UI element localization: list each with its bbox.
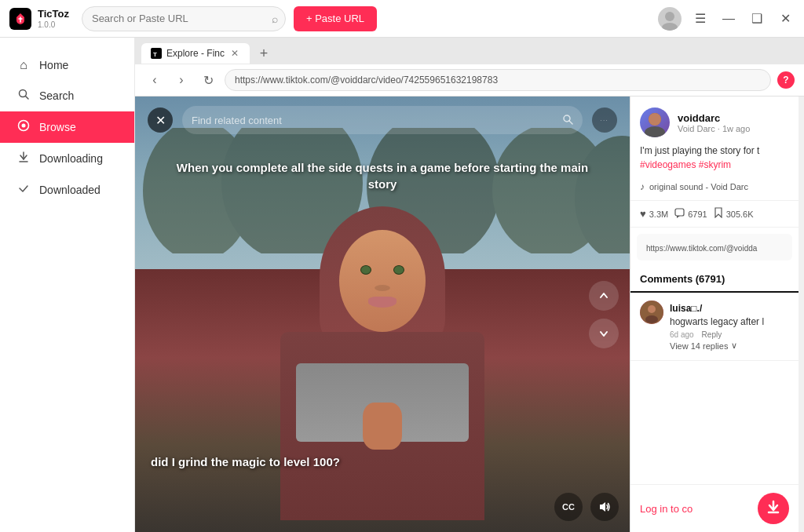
- video-url-text: https://www.tiktok.com/@voidda: [646, 244, 757, 253]
- comment-actions: 6d ago Reply: [670, 330, 789, 339]
- maximize-button[interactable]: ❑: [747, 9, 766, 28]
- find-related-bar[interactable]: Find related content: [182, 106, 583, 134]
- video-author: voiddarc Void Darc · 1w ago: [630, 97, 799, 144]
- comment-time: 6d ago: [670, 330, 694, 339]
- comment-text: hogwarts legacy after l: [670, 316, 789, 327]
- tab-favicon: T: [151, 48, 162, 59]
- sidebar-item-downloading[interactable]: Downloading: [0, 143, 134, 174]
- svg-point-19: [649, 113, 661, 126]
- download-icon: [766, 499, 781, 519]
- comment-body: luisa□./ hogwarts legacy after l 6d ago …: [670, 301, 789, 352]
- svg-rect-20: [675, 209, 684, 216]
- more-options-button[interactable]: ···: [592, 107, 617, 133]
- tab-add-button[interactable]: +: [253, 42, 275, 64]
- main-layout: ⌂ Home Search Browse: [0, 38, 804, 532]
- volume-button[interactable]: [590, 493, 619, 521]
- hamburger-button[interactable]: ☰: [691, 9, 710, 28]
- sidebar-item-downloaded[interactable]: Downloaded: [0, 174, 134, 206]
- paste-url-label: + Paste URL: [306, 13, 364, 24]
- comments-section: Comments (6791) luisa□./: [630, 267, 799, 484]
- video-area: ✕ Find related content ···: [135, 97, 630, 532]
- comment-item: luisa□./ hogwarts legacy after l 6d ago …: [630, 293, 799, 361]
- svg-line-15: [569, 121, 572, 124]
- app-name: TicToz: [38, 8, 69, 20]
- likes-stat: ♥ 3.3M: [640, 208, 668, 220]
- search-input[interactable]: [82, 6, 286, 31]
- sidebar-item-home[interactable]: ⌂ Home: [0, 50, 134, 80]
- login-bar: Log in to co: [630, 484, 799, 532]
- sidebar-item-label: Home: [39, 59, 68, 71]
- find-related-search-icon: [562, 114, 573, 127]
- svg-text:T: T: [153, 51, 157, 57]
- svg-point-1: [662, 23, 678, 31]
- view-replies-button[interactable]: View 14 replies ∨: [670, 339, 737, 352]
- sidebar-item-label: Downloaded: [39, 184, 100, 196]
- video-nav-buttons: [589, 281, 619, 348]
- likes-count: 3.3M: [649, 210, 668, 219]
- svg-line-3: [26, 97, 29, 100]
- browser-tab[interactable]: T Explore - Finc ✕: [141, 43, 250, 64]
- forward-button[interactable]: ›: [171, 70, 192, 90]
- back-button[interactable]: ‹: [144, 70, 165, 90]
- author-avatar: [640, 107, 670, 137]
- svg-point-23: [648, 305, 656, 313]
- url-field[interactable]: [225, 69, 771, 91]
- author-sub: Void Darc · 1w ago: [678, 124, 750, 133]
- heart-icon: ♥: [640, 208, 646, 220]
- titlebar-controls: ☰ — ❑ ✕: [658, 7, 795, 31]
- titlebar: TicToz 1.0.0 ⌕ + Paste URL ☰ — ❑ ✕: [0, 0, 804, 38]
- sidebar-item-browse[interactable]: Browse: [0, 111, 134, 143]
- music-icon: ♪: [640, 181, 645, 192]
- close-video-button[interactable]: ✕: [148, 107, 173, 133]
- video-description: I'm just playing the story for t #videog…: [630, 144, 799, 178]
- avatar[interactable]: [658, 7, 682, 31]
- bookmark-icon: [714, 207, 723, 220]
- login-text[interactable]: Log in to co: [640, 503, 693, 515]
- minimize-button[interactable]: —: [719, 9, 738, 28]
- comment-user-row: luisa□./ hogwarts legacy after l 6d ago …: [640, 301, 789, 352]
- downloaded-icon: [16, 182, 31, 198]
- video-overlay-top: ✕ Find related content ···: [135, 97, 630, 144]
- video-prev-button[interactable]: [589, 281, 619, 311]
- search-nav-icon: [16, 88, 31, 104]
- address-bar: ‹ › ↻ ?: [135, 64, 804, 97]
- refresh-button[interactable]: ↻: [198, 70, 218, 90]
- author-name: voiddarc: [678, 112, 750, 124]
- bookmarks-count: 305.6K: [726, 210, 754, 219]
- home-icon: ⌂: [16, 58, 31, 72]
- download-button[interactable]: [758, 493, 789, 524]
- search-bar[interactable]: ⌕: [82, 6, 286, 31]
- video-stats: ♥ 3.3M 6791: [630, 200, 799, 228]
- help-button[interactable]: ?: [777, 71, 795, 89]
- tab-close-button[interactable]: ✕: [229, 48, 240, 59]
- video-bottom-controls: CC: [554, 493, 619, 521]
- caption-top-text: When you complete all the side quests in…: [177, 161, 588, 191]
- cc-button[interactable]: CC: [554, 493, 583, 521]
- comments-count: 6791: [688, 210, 707, 219]
- app-version: 1.0.0: [38, 20, 69, 29]
- comments-header: Comments (6791): [630, 267, 799, 293]
- comment-username: luisa□./: [670, 303, 702, 314]
- right-panel: voiddarc Void Darc · 1w ago I'm just pla…: [630, 97, 799, 532]
- svg-point-0: [665, 12, 674, 21]
- video-next-button[interactable]: [589, 319, 619, 348]
- paste-url-button[interactable]: + Paste URL: [294, 6, 377, 31]
- svg-point-5: [22, 124, 26, 128]
- sidebar-item-search[interactable]: Search: [0, 80, 134, 111]
- close-button[interactable]: ✕: [776, 9, 795, 28]
- chevron-down-icon: ∨: [731, 341, 737, 351]
- app-logo: TicToz 1.0.0: [9, 8, 69, 30]
- svg-point-18: [645, 126, 665, 137]
- hashtag-videogames[interactable]: #videogames: [640, 159, 696, 170]
- svg-point-24: [645, 315, 658, 323]
- comments-stat: 6791: [674, 208, 707, 220]
- app-icon: [9, 8, 31, 30]
- search-icon: ⌕: [272, 13, 278, 25]
- sidebar-item-label: Browse: [39, 121, 76, 133]
- sidebar-item-label: Downloading: [39, 152, 103, 165]
- sidebar: ⌂ Home Search Browse: [0, 38, 135, 532]
- reply-button[interactable]: Reply: [702, 330, 722, 339]
- video-url-box[interactable]: https://www.tiktok.com/@voidda: [637, 234, 792, 261]
- hashtag-skyrim[interactable]: #skyrim: [699, 159, 731, 170]
- tab-bar: T Explore - Finc ✕ +: [135, 38, 804, 64]
